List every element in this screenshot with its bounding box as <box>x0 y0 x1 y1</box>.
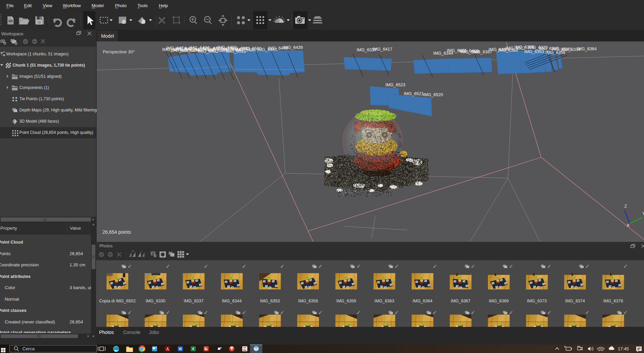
svg-text:Cerca: Cerca <box>22 346 35 351</box>
svg-text:17:45: 17:45 <box>618 346 629 351</box>
